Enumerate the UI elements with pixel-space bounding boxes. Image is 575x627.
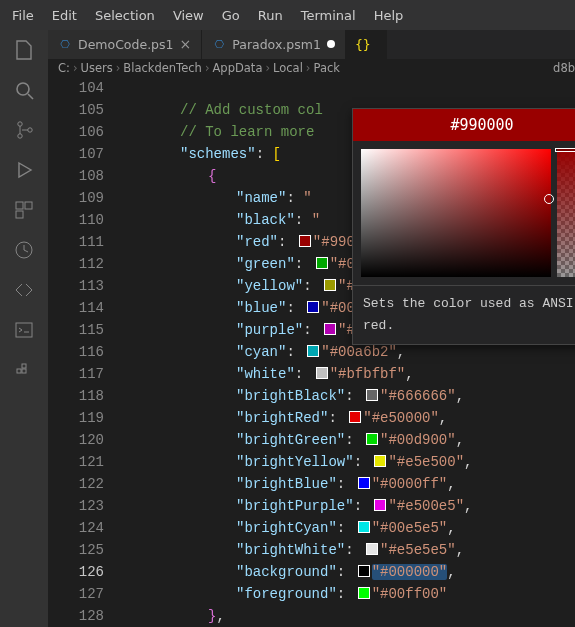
code-line[interactable]: "brightRed": "#e50000",	[124, 407, 575, 429]
editor-area: ⎔DemoCode.ps1×⎔Paradox.psm1{} C:›Users›B…	[48, 30, 575, 627]
svg-line-1	[28, 94, 33, 99]
line-number: 119	[48, 407, 104, 429]
remote-icon[interactable]	[12, 278, 36, 302]
code-line[interactable]: "brightBlue": "#0000ff",	[124, 473, 575, 495]
color-picker-alpha-slider[interactable]	[557, 149, 575, 277]
color-swatch[interactable]	[374, 455, 386, 467]
color-swatch[interactable]	[358, 587, 370, 599]
editor-tab[interactable]: ⎔Paradox.psm1	[202, 30, 346, 59]
color-swatch[interactable]	[366, 389, 378, 401]
color-swatch[interactable]	[299, 235, 311, 247]
menu-terminal[interactable]: Terminal	[293, 4, 364, 27]
timeline-icon[interactable]	[12, 238, 36, 262]
code-line[interactable]: "brightPurple": "#e500e5",	[124, 495, 575, 517]
svg-rect-6	[16, 202, 23, 209]
svg-rect-11	[17, 369, 21, 373]
line-number: 107	[48, 143, 104, 165]
line-number: 123	[48, 495, 104, 517]
code-line[interactable]: },	[124, 605, 575, 627]
chevron-right-icon: ›	[73, 61, 78, 75]
line-number: 122	[48, 473, 104, 495]
chevron-right-icon: ›	[306, 61, 311, 75]
search-icon[interactable]	[12, 78, 36, 102]
color-swatch[interactable]	[358, 565, 370, 577]
color-swatch[interactable]	[358, 477, 370, 489]
color-swatch[interactable]	[307, 301, 319, 313]
breadcrumb-segment[interactable]: Pack	[313, 61, 339, 75]
line-number: 124	[48, 517, 104, 539]
breadcrumbs[interactable]: C:›Users›BlackdenTech›AppData›Local›Pack…	[48, 59, 575, 77]
breadcrumb-segment[interactable]: d8b	[553, 61, 575, 75]
svg-rect-13	[22, 364, 26, 368]
color-swatch[interactable]	[324, 323, 336, 335]
line-number: 125	[48, 539, 104, 561]
code-line[interactable]	[124, 77, 575, 99]
source-control-icon[interactable]	[12, 118, 36, 142]
activity-bar	[0, 30, 48, 627]
svg-rect-10	[16, 323, 32, 337]
editor-tab[interactable]: ⎔DemoCode.ps1×	[48, 30, 202, 59]
color-picker-cursor[interactable]	[544, 194, 554, 204]
line-number: 126	[48, 561, 104, 583]
editor-tab[interactable]: {}	[346, 30, 387, 59]
main-area: ⎔DemoCode.ps1×⎔Paradox.psm1{} C:›Users›B…	[0, 30, 575, 627]
color-picker-header[interactable]: #990000	[353, 109, 575, 141]
code-line[interactable]: "brightWhite": "#e5e5e5",	[124, 539, 575, 561]
menu-help[interactable]: Help	[366, 4, 412, 27]
menu-edit[interactable]: Edit	[44, 4, 85, 27]
color-swatch[interactable]	[366, 433, 378, 445]
breadcrumb-segment[interactable]: BlackdenTech	[123, 61, 202, 75]
breadcrumb-segment[interactable]: C:	[58, 61, 70, 75]
ps-file-icon: ⎔	[212, 37, 226, 51]
menu-bar: FileEditSelectionViewGoRunTerminalHelp	[0, 0, 575, 30]
menu-run[interactable]: Run	[250, 4, 291, 27]
color-picker[interactable]: #990000 Sets the color used as ANSI red.	[352, 108, 575, 345]
menu-file[interactable]: File	[4, 4, 42, 27]
color-swatch[interactable]	[366, 543, 378, 555]
ps-file-icon: ⎔	[58, 37, 72, 51]
line-number-gutter: 1041051061071081091101111121131141151161…	[48, 77, 124, 627]
menu-view[interactable]: View	[165, 4, 212, 27]
line-number: 113	[48, 275, 104, 297]
line-number: 115	[48, 319, 104, 341]
code-line[interactable]: "background": "#000000",	[124, 561, 575, 583]
color-swatch[interactable]	[316, 257, 328, 269]
color-swatch[interactable]	[349, 411, 361, 423]
code-line[interactable]: "foreground": "#00ff00"	[124, 583, 575, 605]
svg-point-3	[18, 134, 22, 138]
code-line[interactable]: "brightCyan": "#00e5e5",	[124, 517, 575, 539]
color-swatch[interactable]	[358, 521, 370, 533]
alpha-thumb[interactable]	[555, 148, 575, 152]
files-icon[interactable]	[12, 38, 36, 62]
svg-rect-12	[22, 369, 26, 373]
line-number: 127	[48, 583, 104, 605]
json-file-icon: {}	[356, 37, 370, 51]
menu-selection[interactable]: Selection	[87, 4, 163, 27]
line-number: 118	[48, 385, 104, 407]
text-editor[interactable]: 1041051061071081091101111121131141151161…	[48, 77, 575, 627]
svg-point-2	[18, 122, 22, 126]
code-line[interactable]: "brightYellow": "#e5e500",	[124, 451, 575, 473]
color-swatch[interactable]	[316, 367, 328, 379]
color-picker-body	[353, 141, 575, 285]
line-number: 109	[48, 187, 104, 209]
line-number: 120	[48, 429, 104, 451]
breadcrumb-segment[interactable]: Users	[81, 61, 113, 75]
code-line[interactable]: "white": "#bfbfbf",	[124, 363, 575, 385]
chevron-right-icon: ›	[265, 61, 270, 75]
extensions-icon[interactable]	[12, 198, 36, 222]
menu-go[interactable]: Go	[214, 4, 248, 27]
breadcrumb-segment[interactable]: Local	[273, 61, 303, 75]
close-icon[interactable]: ×	[180, 36, 192, 52]
color-swatch[interactable]	[324, 279, 336, 291]
code-line[interactable]: "brightGreen": "#00d900",	[124, 429, 575, 451]
color-swatch[interactable]	[307, 345, 319, 357]
color-swatch[interactable]	[374, 499, 386, 511]
debug-icon[interactable]	[12, 158, 36, 182]
code-line[interactable]: "brightBlack": "#666666",	[124, 385, 575, 407]
line-number: 114	[48, 297, 104, 319]
color-picker-saturation[interactable]	[361, 149, 551, 277]
docker-icon[interactable]	[12, 358, 36, 382]
breadcrumb-segment[interactable]: AppData	[213, 61, 263, 75]
terminal-icon[interactable]	[12, 318, 36, 342]
